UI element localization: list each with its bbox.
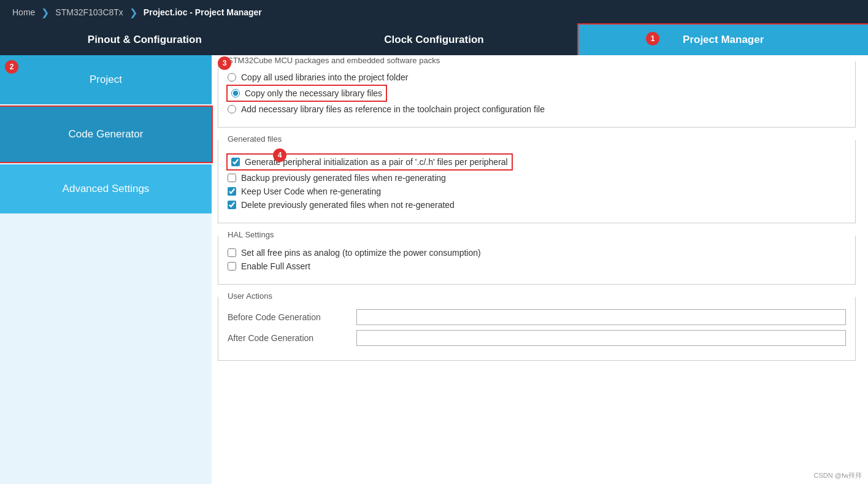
check-delete-previous[interactable] [228,201,236,209]
user-actions-legend: User Actions [225,291,275,301]
hal-section: HAL Settings Set all free pins as analog… [218,236,856,285]
generated-legend: Generated files [225,134,285,144]
stm32-section: STM32Cube MCU packages and embedded soft… [218,61,856,128]
sidebar-item-code-generator[interactable]: Code Generator [0,107,212,162]
after-code-row: After Code Generation [228,330,846,346]
stm32-legend: STM32Cube MCU packages and embedded soft… [225,56,443,65]
radio-label-3: Add necessary library files as reference… [241,104,545,114]
chevron-icon-1: ❯ [41,7,49,18]
home-link[interactable]: Home [7,7,40,17]
sidebar-item-advanced[interactable]: Advanced Settings [0,164,212,213]
generated-section-wrapper: 4 Generated files Generate peripheral in… [218,140,856,223]
hal-label-2: Enable Full Assert [241,261,310,271]
content-area: 3 STM32Cube MCU packages and embedded so… [212,55,868,484]
radio-copy-all[interactable] [228,73,236,82]
radio-row-1: Copy all used libraries into the project… [228,72,846,82]
check-label-3: Keep User Code when re-generating [241,186,381,196]
user-actions-content: Before Code Generation After Code Genera… [228,309,846,346]
check-label-4: Delete previously generated files when n… [241,200,455,210]
code-generator-label: Code Generator [69,128,144,140]
radio-add-reference[interactable] [228,105,236,113]
check-row-4: Delete previously generated files when n… [228,200,846,210]
tab-clock[interactable]: Clock Configuration [290,25,579,55]
after-code-label: After Code Generation [228,333,350,343]
badge-2: 2 [5,60,18,74]
radio-row-2: Copy only the necessary library files [228,86,846,101]
chevron-icon-2: ❯ [129,7,137,18]
stm32-section-wrapper: 3 STM32Cube MCU packages and embedded so… [218,61,856,128]
check-backup[interactable] [228,174,236,182]
check-row-3: Keep User Code when re-generating [228,186,846,196]
check-generate-peripheral[interactable] [231,158,240,166]
tab-manager[interactable]: Project Manager [578,25,868,55]
sidebar-item-project[interactable]: 2 Project [0,55,212,104]
main-layout: 2 Project Code Generator Advanced Settin… [0,55,868,484]
advanced-label: Advanced Settings [63,183,150,195]
check-full-assert[interactable] [228,262,236,271]
check-row-2: Backup previously generated files when r… [228,173,846,183]
hal-options: Set all free pins as analog (to optimize… [228,248,846,271]
after-code-input[interactable] [356,330,846,346]
hal-legend: HAL Settings [225,230,277,239]
radio-label-1: Copy all used libraries into the project… [241,72,408,82]
before-code-input[interactable] [356,309,846,325]
project-link[interactable]: Project.ioc - Project Manager [139,7,267,17]
user-actions-section: User Actions Before Code Generation Afte… [218,297,856,361]
watermark: CSDN @fw拜拜 [814,471,862,480]
badge-4: 4 [273,148,286,162]
check-highlighted-1: Generate peripheral initialization as a … [228,155,512,169]
radio-label-2: Copy only the necessary library files [245,88,382,98]
generated-section: Generated files Generate peripheral init… [218,140,856,223]
breadcrumb: Home ❯ STM32F103C8Tx ❯ Project.ioc - Pro… [0,0,868,25]
before-code-label: Before Code Generation [228,312,350,322]
chip-link[interactable]: STM32F103C8Tx [50,7,128,17]
hal-check-row-1: Set all free pins as analog (to optimize… [228,248,846,258]
hal-check-row-2: Enable Full Assert [228,261,846,271]
radio-highlighted-2: Copy only the necessary library files [228,86,386,101]
stm32-options: Copy all used libraries into the project… [228,72,846,114]
tab-pinout[interactable]: Pinout & Configuration [0,25,290,55]
check-analog-pins[interactable] [228,248,236,257]
check-keep-user-code[interactable] [228,187,236,196]
before-code-row: Before Code Generation [228,309,846,325]
badge-3: 3 [218,56,231,70]
tab-bar: Pinout & Configuration Clock Configurati… [0,25,868,55]
hal-label-1: Set all free pins as analog (to optimize… [241,248,481,258]
radio-copy-necessary[interactable] [231,89,240,98]
check-row-1: Generate peripheral initialization as a … [228,155,846,169]
badge-1: 1 [646,32,659,45]
sidebar: 2 Project Code Generator Advanced Settin… [0,55,212,484]
radio-row-3: Add necessary library files as reference… [228,104,846,114]
check-label-2: Backup previously generated files when r… [241,173,446,183]
project-label: Project [90,74,122,86]
generated-options: Generate peripheral initialization as a … [228,155,846,210]
